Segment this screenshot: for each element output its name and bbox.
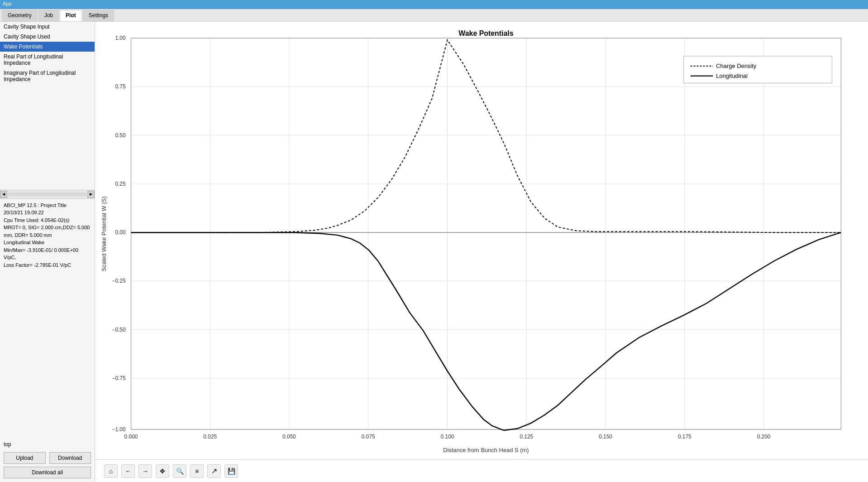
info-line-5: Longitudinal Wake: [4, 239, 91, 246]
nav-item-real-impedance[interactable]: Real Part of Longitudinal Impedance: [0, 52, 95, 68]
back-button[interactable]: ←: [121, 464, 135, 478]
svg-text:−0.50: −0.50: [112, 327, 126, 333]
svg-text:0.25: 0.25: [115, 181, 126, 187]
svg-text:0.50: 0.50: [115, 132, 126, 139]
main-layout: Cavity Shape Input Cavity Shape Used Wak…: [0, 22, 868, 482]
plot-area: 1.00 0.75 0.50 0.25 0.00 −0.25 −0.50 −0.…: [95, 22, 868, 482]
tab-settings[interactable]: Settings: [83, 10, 114, 21]
svg-text:0.200: 0.200: [757, 434, 771, 440]
forward-button[interactable]: →: [138, 464, 152, 478]
config-button[interactable]: ≡: [190, 464, 204, 478]
nav-item-cavity-shape-used[interactable]: Cavity Shape Used: [0, 32, 95, 42]
svg-rect-0: [131, 38, 841, 429]
home-button[interactable]: ⌂: [104, 464, 118, 478]
info-line-3: MROT= 0, SIG= 2.000 cm,DDZ= 5.000: [4, 224, 91, 231]
save-button[interactable]: 💾: [224, 464, 238, 478]
nav-item-cavity-shape-input[interactable]: Cavity Shape Input: [0, 22, 95, 32]
svg-text:Wake Potentials: Wake Potentials: [458, 29, 513, 37]
svg-text:−0.75: −0.75: [112, 375, 126, 381]
chart-container: 1.00 0.75 0.50 0.25 0.00 −0.25 −0.50 −0.…: [95, 22, 868, 459]
svg-text:0.75: 0.75: [115, 83, 126, 90]
zoom-button[interactable]: 🔍: [173, 464, 186, 478]
svg-text:0.100: 0.100: [441, 434, 454, 440]
upload-button[interactable]: Upload: [4, 452, 46, 464]
svg-text:0.075: 0.075: [362, 434, 375, 440]
nav-list: Cavity Shape Input Cavity Shape Used Wak…: [0, 22, 95, 190]
scroll-left-btn[interactable]: ◀: [0, 191, 7, 198]
scroll-area: ◀ ▶: [0, 190, 95, 199]
scroll-track: [8, 193, 86, 196]
svg-text:1.00: 1.00: [115, 35, 126, 41]
toolbar-bottom: ⌂ ← → ✥ 🔍 ≡ ↗ 💾: [95, 459, 868, 482]
svg-text:0.000: 0.000: [124, 434, 138, 440]
tab-geometry[interactable]: Geometry: [2, 10, 38, 21]
svg-text:−0.25: −0.25: [112, 278, 126, 284]
nav-item-wake-potentials[interactable]: Wake Potentials: [0, 42, 95, 52]
download-all-row: Download all: [0, 467, 95, 482]
download-button[interactable]: Download: [49, 452, 91, 464]
svg-rect-43: [684, 56, 832, 83]
info-line-4: mm, DDR= 5.000 mm: [4, 231, 91, 239]
svg-text:Scaled Wake Potential W (S): Scaled Wake Potential W (S): [100, 196, 107, 271]
svg-text:0.125: 0.125: [520, 434, 533, 440]
scroll-right-btn[interactable]: ▶: [87, 191, 95, 198]
sidebar: Cavity Shape Input Cavity Shape Used Wak…: [0, 22, 95, 482]
info-line-2: Cpu Time Used: 4.054E-02(s): [4, 217, 91, 224]
bottom-label: top: [0, 439, 95, 449]
svg-text:0.00: 0.00: [115, 229, 126, 236]
svg-text:Distance from Bunch Head S (m): Distance from Bunch Head S (m): [443, 447, 529, 453]
title-bar: App: [0, 0, 868, 9]
svg-text:−1.00: −1.00: [112, 426, 126, 433]
svg-text:0.175: 0.175: [678, 434, 692, 440]
nav-item-imag-impedance[interactable]: Imaginary Part of Longitudinal Impedance: [0, 68, 95, 84]
info-line-1: 20/10/21 19.09.22: [4, 209, 91, 217]
axes-button[interactable]: ↗: [207, 464, 221, 478]
tab-job[interactable]: Job: [38, 10, 59, 21]
button-row: Upload Download: [0, 449, 95, 467]
info-line-0: ABCI_MP 12.5 : Project Title: [4, 202, 91, 209]
chart-svg: 1.00 0.75 0.50 0.25 0.00 −0.25 −0.50 −0.…: [100, 26, 863, 459]
app-title: App: [3, 1, 12, 6]
svg-text:Longitudinal: Longitudinal: [716, 72, 748, 79]
move-button[interactable]: ✥: [156, 464, 169, 478]
svg-text:Charge Density: Charge Density: [716, 63, 756, 69]
svg-text:0.050: 0.050: [282, 434, 296, 440]
svg-text:0.150: 0.150: [599, 434, 612, 440]
tab-bar: Geometry Job Plot Settings: [0, 9, 868, 22]
svg-text:0.025: 0.025: [203, 434, 217, 440]
tab-plot[interactable]: Plot: [60, 10, 82, 21]
info-panel: ABCI_MP 12.5 : Project Title 20/10/21 19…: [0, 199, 95, 272]
download-all-button[interactable]: Download all: [4, 467, 91, 478]
info-line-6: Min/Max= -3.910E-01/ 0.000E+00 V/pC,: [4, 246, 91, 261]
info-line-7: Loss Factor= -2.785E-01 V/pC: [4, 261, 91, 269]
